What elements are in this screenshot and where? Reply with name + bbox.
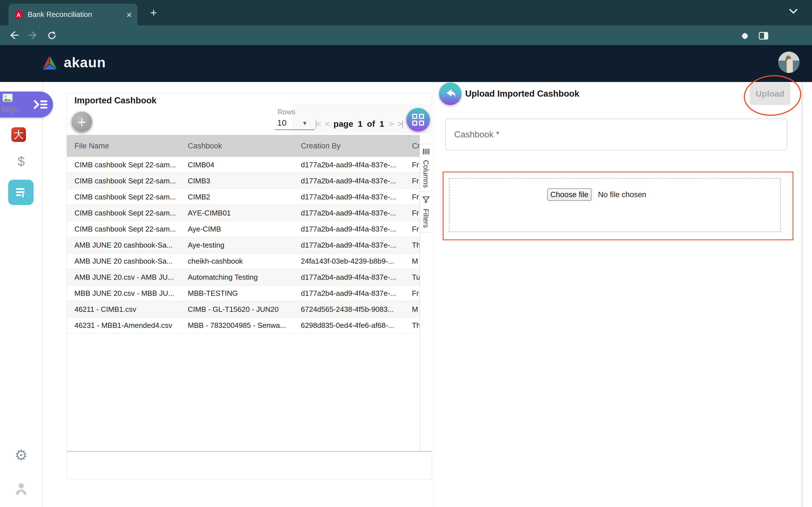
cell-creation-by: d177a2b4-aad9-4f4a-837e-... (301, 289, 408, 298)
cashbook-field-label: Cashbook * (454, 129, 499, 140)
table-row[interactable]: CIMB cashbook Sept 22-sam...Aye-CIMBd177… (67, 221, 419, 237)
browser-tab[interactable]: A Bank Reconciliation × (8, 4, 138, 25)
cell-creation-date: Fr (412, 161, 419, 169)
cell-creation-by: 24fa143f-03eb-4239-b8b9-... (301, 257, 408, 266)
cell-creation-date: Tu (412, 273, 419, 282)
file-drop-area[interactable]: Choose file No file chosen (449, 178, 781, 232)
col-header-cashbook[interactable]: Cashbook (188, 142, 222, 151)
col-header-file-name[interactable]: File Name (74, 142, 109, 151)
sidebar-item-finance[interactable]: $ (0, 154, 42, 169)
cell-creation-date: M (412, 305, 419, 314)
cell-file: CIMB cashbook Sept 22-sam... (74, 209, 185, 217)
table-body: CIMB cashbook Sept 22-sam...CIMB04d177a2… (67, 157, 419, 334)
app-sidebar: logo 大 $ ⚙ (0, 82, 43, 507)
profile-person-icon[interactable] (14, 482, 28, 496)
cell-creation-date: Th (412, 241, 419, 249)
page-word: page (334, 119, 353, 129)
cell-file: AMB JUNE 20 cashbook-Sa... (74, 257, 185, 266)
columns-icon[interactable] (422, 149, 430, 155)
column-divider (185, 135, 185, 157)
sidebar-expand-icon[interactable] (33, 98, 49, 111)
last-page-button[interactable]: >| (397, 119, 403, 129)
table-row[interactable]: CIMB cashbook Sept 22-sam...CIMB04d177a2… (67, 157, 419, 173)
akaun-triangle-icon (40, 54, 60, 71)
akaun-logo: akaun (40, 54, 106, 71)
cell-cashbook: CIMB - GL-T15620 - JUN20 (188, 305, 299, 314)
cell-creation-date: Fr (412, 289, 419, 298)
list-form-icon (14, 186, 28, 199)
chevron-down-icon[interactable] (788, 8, 799, 15)
tab-filters[interactable]: Filters (422, 209, 430, 228)
table-row[interactable]: CIMB cashbook Sept 22-sam...AYE-CIMB01d1… (67, 205, 419, 221)
page-current: 1 (358, 119, 363, 129)
table-row[interactable]: CIMB cashbook Sept 22-sam...CIMB2d177a2b… (67, 189, 419, 205)
cell-file: CIMB cashbook Sept 22-sam... (74, 161, 185, 169)
cell-cashbook: Automatching Testing (188, 273, 299, 282)
cell-cashbook: CIMB04 (188, 161, 299, 169)
page-title: Imported Cashbook (74, 96, 156, 106)
cell-cashbook: MBB - 7832004985 - Senwa... (188, 321, 299, 330)
sidebar-item-app-red[interactable]: 大 (11, 127, 26, 142)
cell-creation-date: Fr (412, 177, 419, 185)
table-row[interactable]: AMB JUNE 20 cashbook-Sa...Aye-testingd17… (67, 237, 419, 253)
table-row[interactable]: AMB JUNE 20.csv - AMB JU...Automatching … (67, 269, 419, 285)
col-header-creation-date[interactable]: Cr (412, 142, 420, 151)
prev-page-button[interactable]: < (325, 119, 329, 129)
brand-name: akaun (64, 54, 106, 71)
rows-caret-icon[interactable]: ▾ (303, 119, 306, 127)
table-row[interactable]: MBB JUNE 20.csv - MBB JU...MBB-TESTINGd1… (67, 285, 419, 301)
tab-columns[interactable]: Columns (422, 160, 430, 188)
next-page-button[interactable]: > (389, 119, 393, 129)
reply-arrow-icon (444, 87, 457, 100)
user-avatar[interactable] (778, 52, 800, 73)
panel-scrollbar[interactable] (802, 82, 802, 507)
new-tab-button[interactable]: + (147, 7, 160, 20)
cell-file: CIMB cashbook Sept 22-sam... (74, 193, 185, 202)
file-status-text: No file chosen (598, 190, 646, 199)
cell-creation-by: d177a2b4-aad9-4f4a-837e-... (301, 273, 408, 282)
rows-per-page-select[interactable]: 10 (277, 118, 287, 128)
cell-creation-date: M (412, 257, 419, 266)
table-row[interactable]: 46231 - MBB1-Amended4.csvMBB - 783200498… (67, 318, 419, 334)
app-header: akaun (0, 45, 812, 82)
table-row[interactable]: 46211 - CIMB1.csvCIMB - GL-T15620 - JUN2… (67, 301, 419, 318)
cell-creation-by: d177a2b4-aad9-4f4a-837e-... (301, 225, 408, 233)
back-icon[interactable] (8, 31, 19, 40)
forward-icon[interactable] (28, 31, 38, 40)
tab-close-icon[interactable]: × (126, 10, 132, 19)
table-row[interactable]: AMB JUNE 20 cashbook-Sa...cheikh-cashboo… (67, 253, 419, 269)
grid-icon (412, 114, 424, 126)
sidebar-item-cashbook-active[interactable] (8, 180, 34, 205)
file-input-divider (593, 188, 594, 201)
filter-funnel-icon[interactable] (422, 196, 430, 203)
cell-creation-by: 6724d565-2438-4f5b-9083... (301, 305, 408, 314)
choose-file-button[interactable]: Choose file (547, 188, 592, 201)
cell-creation-date: Th (412, 321, 419, 330)
add-cashbook-button[interactable]: + (71, 111, 93, 133)
cell-cashbook: AYE-CIMB01 (188, 209, 299, 217)
settings-gear-icon[interactable]: ⚙ (0, 447, 42, 464)
cell-cashbook: Aye-CIMB (188, 225, 299, 233)
strip-divider (420, 191, 432, 191)
cashbook-select-field[interactable]: Cashbook * (445, 119, 788, 151)
sidebar-logo-text: logo (2, 104, 19, 114)
cell-file: MBB JUNE 20.csv - MBB JU... (74, 289, 185, 298)
cell-creation-date: Fr (412, 193, 419, 202)
rows-select-underline (275, 129, 315, 130)
of-word: of (367, 119, 375, 129)
back-button[interactable] (439, 82, 462, 105)
col-header-creation-by[interactable]: Creation By (301, 142, 341, 151)
browser-toolbar: akaun.cloud/#/applets/wavelet/erp/bank-r… (0, 25, 812, 45)
svg-text:A: A (17, 12, 20, 18)
table-row[interactable]: CIMB cashbook Sept 22-sam...CIMB3d177a2b… (67, 173, 419, 189)
screen: A Bank Reconciliation × + akaun.cloud/#/… (0, 0, 812, 507)
first-page-button[interactable]: |< (315, 119, 320, 129)
reload-icon[interactable] (47, 31, 57, 41)
sidebar-logo-pill[interactable]: logo (0, 92, 53, 117)
cell-cashbook: cheikh-cashbook (188, 257, 299, 266)
grid-view-button[interactable] (406, 108, 430, 131)
side-panel-icon[interactable] (758, 32, 769, 40)
extensions-puzzle-icon[interactable] (741, 31, 749, 40)
pagination: |< < page 1 of 1 > >| (315, 119, 403, 129)
broken-image-icon (2, 93, 13, 103)
